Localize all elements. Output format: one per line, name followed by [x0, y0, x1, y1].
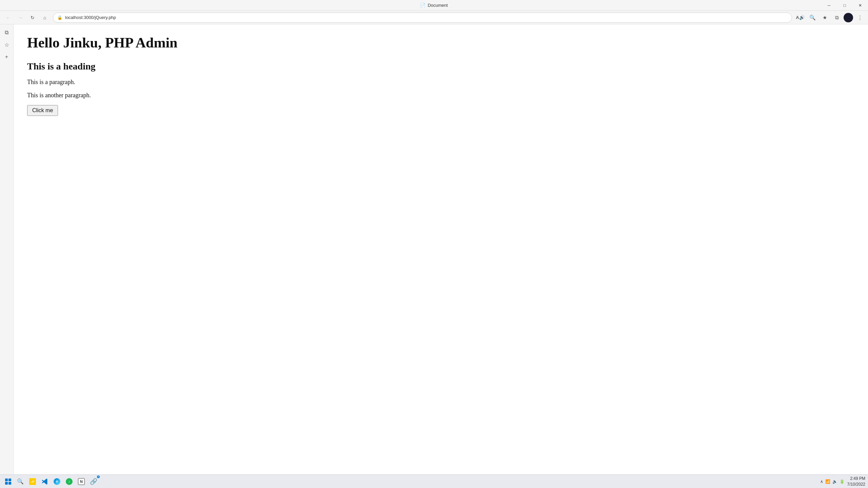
volume-icon[interactable]: 🔈 [832, 479, 837, 484]
spotify-icon: ♪ [66, 478, 73, 485]
forward-icon: → [18, 15, 23, 20]
win-logo-sq1 [5, 479, 8, 481]
taskbar-git[interactable]: 🔗 4 [88, 476, 99, 487]
home-button[interactable]: ⌂ [39, 12, 50, 23]
add-icon: + [5, 54, 8, 60]
sidebar-favorites-icon: ☆ [4, 42, 9, 48]
collections-icon: ⧉ [835, 15, 839, 21]
collections-button[interactable]: ⧉ [831, 12, 842, 23]
system-tray-icons: ∧ 📶 🔈 🔋 [820, 479, 845, 484]
sidebar-tabs-button[interactable]: ⧉ [1, 27, 12, 38]
win-logo-sq4 [8, 482, 11, 485]
taskbar-search-button[interactable]: 🔍 [15, 476, 26, 487]
address-bar-container[interactable]: 🔒 [53, 13, 792, 23]
read-aloud-icon: A🔊 [796, 15, 804, 20]
back-button[interactable]: ← [3, 12, 14, 23]
taskbar-notion[interactable]: N [76, 476, 87, 487]
click-me-button[interactable]: Click me [27, 105, 58, 116]
window-title: Document [428, 3, 448, 8]
zoom-icon: 🔍 [809, 15, 816, 21]
read-aloud-button[interactable]: A🔊 [795, 12, 806, 23]
sidebar: ⧉ ☆ + [0, 24, 14, 474]
sidebar-add-button[interactable]: + [1, 52, 12, 62]
clock-date: 7/10/2022 [847, 482, 865, 487]
taskbar-edge[interactable]: e [52, 476, 62, 487]
file-explorer-icon: 📁 [29, 478, 36, 485]
taskbar-right: ∧ 📶 🔈 🔋 2:49 PM 7/10/2022 [820, 476, 865, 487]
reload-icon: ↻ [31, 15, 35, 20]
minimize-button[interactable]: ─ [821, 0, 837, 11]
sidebar-favorites-button[interactable]: ☆ [1, 39, 12, 50]
window-controls: ─ □ ✕ [821, 0, 868, 11]
taskbar-file-explorer[interactable]: 📁 [27, 476, 38, 487]
address-bar[interactable] [65, 15, 788, 20]
taskbar-spotify[interactable]: ♪ [64, 476, 75, 487]
win-logo-sq3 [5, 482, 8, 485]
close-button[interactable]: ✕ [852, 0, 868, 11]
start-button[interactable] [3, 476, 14, 487]
forward-button[interactable]: → [15, 12, 26, 23]
more-icon: ⋮ [857, 15, 863, 21]
win-logo-sq2 [8, 479, 11, 481]
taskbar-clock[interactable]: 2:49 PM 7/10/2022 [847, 476, 865, 487]
back-icon: ← [6, 15, 11, 20]
taskbar: 🔍 📁 e ♪ N 🔗 4 ∧ 📶 🔈 🔋 [0, 474, 868, 488]
more-button[interactable]: ⋮ [854, 12, 865, 23]
window-title-area: 📄 Document [420, 3, 448, 8]
page-paragraph-2: This is another paragraph. [27, 92, 854, 99]
clock-time: 2:49 PM [847, 476, 865, 482]
taskbar-search-icon: 🔍 [17, 478, 24, 485]
vscode-icon [41, 478, 48, 485]
favorites-icon: ★ [823, 15, 827, 21]
notion-icon: N [78, 478, 85, 485]
document-icon: 📄 [420, 3, 426, 8]
lock-icon: 🔒 [57, 15, 62, 20]
reload-button[interactable]: ↻ [27, 12, 38, 23]
tabs-icon: ⧉ [5, 29, 8, 36]
page-paragraph-1: This is a paragraph. [27, 79, 854, 86]
zoom-button[interactable]: 🔍 [807, 12, 818, 23]
edge-icon: e [54, 478, 60, 485]
battery-icon[interactable]: 🔋 [840, 479, 845, 484]
maximize-button[interactable]: □ [837, 0, 852, 11]
browser-body: ⧉ ☆ + Hello Jinku, PHP Admin This is a h… [0, 24, 868, 474]
chevron-up-icon[interactable]: ∧ [820, 479, 823, 484]
nav-bar: ← → ↻ ⌂ 🔒 A🔊 🔍 ★ ⧉ [0, 11, 868, 24]
git-badge: 4 [97, 475, 100, 478]
wifi-icon[interactable]: 📶 [825, 479, 830, 484]
git-icon: 🔗 [90, 478, 97, 485]
profile-avatar[interactable] [844, 13, 853, 22]
title-bar: 📄 Document ─ □ ✕ [0, 0, 868, 11]
nav-right-actions: A🔊 🔍 ★ ⧉ ⋮ [795, 12, 865, 23]
taskbar-vscode[interactable] [39, 476, 50, 487]
favorites-button[interactable]: ★ [819, 12, 830, 23]
windows-logo [5, 479, 11, 485]
page-content: Hello Jinku, PHP Admin This is a heading… [14, 24, 868, 474]
page-heading-1: Hello Jinku, PHP Admin [27, 35, 854, 51]
page-heading-2: This is a heading [27, 61, 854, 72]
home-icon: ⌂ [43, 15, 46, 20]
